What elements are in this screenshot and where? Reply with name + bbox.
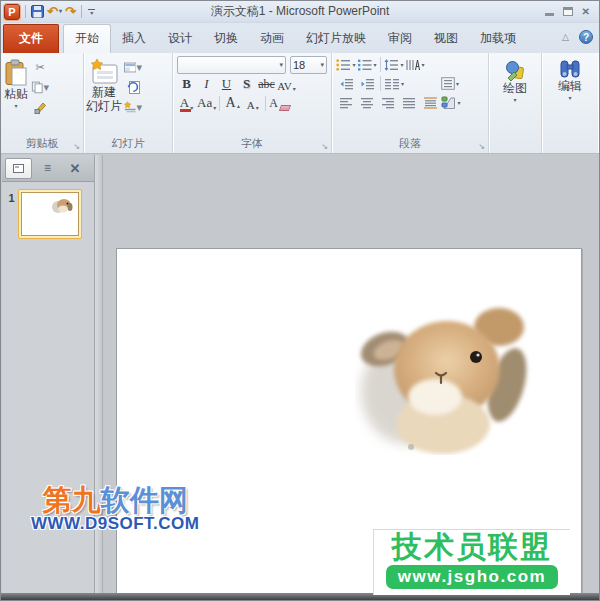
change-case-glyph: Aa bbox=[197, 95, 212, 111]
outline-tab[interactable]: ≡ bbox=[34, 158, 61, 179]
align-center-button[interactable] bbox=[357, 94, 377, 111]
font-size-combobox[interactable]: 18 ▾ bbox=[290, 56, 327, 74]
reset-slide-button[interactable] bbox=[124, 79, 142, 95]
new-slide-label-line2: 幻灯片 bbox=[86, 99, 122, 113]
underline-button[interactable]: U bbox=[217, 76, 236, 93]
tab-addins[interactable]: 加载项 bbox=[469, 25, 527, 53]
collapse-ribbon-icon[interactable]: △ bbox=[562, 32, 569, 42]
align-left-icon bbox=[339, 97, 353, 109]
character-spacing-button[interactable]: AV ▾ bbox=[277, 76, 296, 93]
line-spacing-button[interactable]: ▾ bbox=[384, 56, 404, 73]
strike-glyph: abc bbox=[258, 77, 275, 92]
decrease-indent-icon bbox=[339, 78, 354, 90]
tab-animations[interactable]: 动画 bbox=[249, 25, 295, 53]
clipboard-group-label: 剪贴板 bbox=[1, 136, 83, 151]
strikethrough-button[interactable]: abc bbox=[257, 76, 276, 93]
group-slides: 新建 幻灯片 ▾ bbox=[84, 53, 173, 153]
slides-thumbnails-tab[interactable] bbox=[5, 158, 32, 179]
grow-font-button[interactable]: A ▾ bbox=[223, 95, 242, 112]
distribute-button[interactable] bbox=[420, 94, 440, 111]
new-slide-button[interactable]: 新建 幻灯片 bbox=[86, 55, 122, 137]
layout-dropdown-caret[interactable]: ▾ bbox=[136, 61, 142, 74]
align-text-caret[interactable]: ▾ bbox=[456, 80, 459, 87]
font-dialog-launcher[interactable]: ↘ bbox=[321, 143, 328, 151]
align-right-button[interactable] bbox=[378, 94, 398, 111]
undo-button[interactable]: ↶ ▾ bbox=[47, 5, 62, 18]
bold-button[interactable]: B bbox=[177, 76, 196, 93]
paste-button[interactable]: 粘贴 ▾ bbox=[3, 55, 29, 137]
undo-dropdown-caret[interactable]: ▾ bbox=[59, 5, 62, 18]
jsgho-badge: 技术员联盟 www.jsgho.com bbox=[373, 529, 570, 595]
bullets-caret[interactable]: ▾ bbox=[352, 61, 355, 68]
text-shadow-button[interactable]: S bbox=[237, 76, 256, 93]
tab-insert[interactable]: 插入 bbox=[111, 25, 157, 53]
tab-slideshow[interactable]: 幻灯片放映 bbox=[295, 25, 377, 53]
bullets-button[interactable]: ▾ bbox=[336, 56, 356, 73]
format-painter-button[interactable] bbox=[31, 99, 49, 115]
line-spacing-caret[interactable]: ▾ bbox=[400, 61, 403, 68]
columns-button[interactable]: ▾ bbox=[384, 75, 404, 92]
paste-label: 粘贴 bbox=[4, 87, 28, 101]
customize-qat-button[interactable]: ▾ bbox=[87, 9, 97, 15]
clipboard-dialog-launcher[interactable]: ↘ bbox=[73, 143, 80, 151]
text-direction-button[interactable]: ▾ bbox=[405, 56, 425, 73]
slide-number: 1 bbox=[5, 189, 18, 239]
slide-thumbnail-image bbox=[21, 192, 79, 236]
close-button[interactable]: ✕ bbox=[582, 7, 590, 17]
tab-design[interactable]: 设计 bbox=[157, 25, 203, 53]
copy-button[interactable]: ▾ bbox=[31, 79, 49, 95]
pane-tabs: ≡ ✕ bbox=[2, 155, 94, 182]
font-size-caret: ▾ bbox=[320, 61, 324, 69]
change-case-button[interactable]: Aa ▾ bbox=[197, 95, 216, 112]
text-direction-caret[interactable]: ▾ bbox=[421, 61, 424, 68]
editing-label: 编辑 bbox=[558, 79, 582, 93]
slide-layout-button[interactable]: ▾ bbox=[124, 59, 142, 75]
tab-file[interactable]: 文件 bbox=[3, 24, 59, 53]
section-button[interactable]: ▾ bbox=[124, 99, 142, 115]
minimize-button[interactable] bbox=[545, 8, 554, 16]
tab-view[interactable]: 视图 bbox=[423, 25, 469, 53]
decrease-indent-button[interactable] bbox=[336, 75, 356, 92]
restore-button[interactable] bbox=[563, 7, 573, 16]
rabbit-image[interactable] bbox=[355, 297, 533, 455]
numbering-button[interactable]: ▾ bbox=[357, 56, 377, 73]
badge-title: 技术员联盟 bbox=[392, 530, 552, 564]
increase-indent-button[interactable] bbox=[357, 75, 377, 92]
convert-smartart-button[interactable]: ▾ bbox=[441, 94, 461, 111]
help-button[interactable]: ? bbox=[579, 30, 593, 44]
columns-caret[interactable]: ▾ bbox=[401, 80, 404, 87]
powerpoint-logo-icon[interactable]: P bbox=[4, 4, 20, 20]
powerpoint-window: P ↶ ▾ ↷ ▾ 演示文稿1 - Microsoft P bbox=[0, 0, 600, 601]
spacing-caret: ▾ bbox=[293, 85, 296, 92]
tab-home[interactable]: 开始 bbox=[63, 24, 111, 53]
numbering-caret[interactable]: ▾ bbox=[373, 61, 376, 68]
font-name-combobox[interactable]: ▾ bbox=[177, 56, 286, 74]
paragraph-dialog-launcher[interactable]: ↘ bbox=[478, 143, 485, 151]
align-center-icon bbox=[360, 97, 374, 109]
justify-button[interactable] bbox=[399, 94, 419, 111]
slide-thumbnail-selected[interactable] bbox=[18, 189, 82, 239]
window-controls: ✕ bbox=[545, 7, 599, 17]
eraser-icon bbox=[279, 105, 291, 111]
copy-dropdown-caret[interactable]: ▾ bbox=[43, 81, 49, 94]
font-color-button[interactable]: A ▾ bbox=[177, 95, 196, 112]
font-color-swatch bbox=[180, 109, 191, 112]
drawing-button[interactable]: 绘图 ▾ bbox=[503, 55, 527, 137]
section-dropdown-caret[interactable]: ▾ bbox=[136, 101, 142, 114]
tab-review[interactable]: 审阅 bbox=[377, 25, 423, 53]
editing-button[interactable]: 编辑 ▾ bbox=[558, 55, 582, 137]
save-button[interactable] bbox=[31, 5, 44, 18]
smartart-caret[interactable]: ▾ bbox=[457, 99, 460, 106]
align-text-button[interactable]: ▾ bbox=[440, 75, 460, 92]
watermark-brand-orange: 第九 bbox=[43, 484, 101, 516]
tab-transitions[interactable]: 切换 bbox=[203, 25, 249, 53]
paste-dropdown-caret[interactable]: ▾ bbox=[14, 103, 17, 109]
shrink-font-button[interactable]: A ▾ bbox=[243, 95, 262, 112]
clear-formatting-button[interactable]: A bbox=[269, 95, 290, 112]
italic-button[interactable]: I bbox=[197, 76, 216, 93]
close-pane-button[interactable]: ✕ bbox=[63, 161, 87, 176]
redo-button[interactable]: ↷ bbox=[65, 5, 76, 18]
align-left-button[interactable] bbox=[336, 94, 356, 111]
cut-button[interactable]: ✂ bbox=[31, 59, 49, 75]
align-right-icon bbox=[381, 97, 395, 109]
